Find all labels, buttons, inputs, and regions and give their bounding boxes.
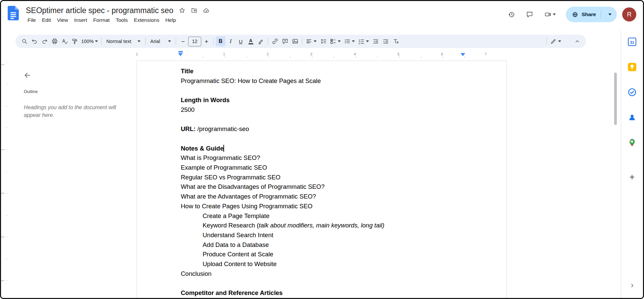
toolbar-divider <box>176 38 176 45</box>
line-spacing-button[interactable] <box>318 36 328 46</box>
font-family-select[interactable]: Arial <box>148 36 174 46</box>
document-line[interactable]: 2500 <box>181 105 463 115</box>
star-button[interactable] <box>177 5 187 16</box>
document-line[interactable]: Regular SEO vs Programmatic SEO <box>181 173 463 182</box>
document-line[interactable]: What is Programmatic SEO? <box>181 153 463 163</box>
menu-item[interactable]: View <box>54 16 71 24</box>
undo-button[interactable] <box>30 36 39 46</box>
hide-menus-button[interactable] <box>572 36 582 46</box>
insert-link-button[interactable] <box>270 36 280 46</box>
document-line[interactable]: Competitor and Reference Articles <box>181 288 463 298</box>
bold-button[interactable]: B <box>216 36 225 46</box>
get-add-ons-button[interactable]: + <box>627 171 638 183</box>
menu-item[interactable]: Tools <box>113 16 131 24</box>
vertical-ruler-ticks <box>6 62 7 298</box>
toolbar-divider <box>213 38 214 45</box>
document-line[interactable] <box>181 134 463 144</box>
document-line[interactable]: Upload Content to Website <box>181 259 463 269</box>
menu-item[interactable]: Format <box>90 16 113 24</box>
document-page[interactable]: TitleProgrammatic SEO: How to Create Pag… <box>137 60 507 298</box>
document-line[interactable]: Understand Search Intent <box>181 230 463 240</box>
move-button[interactable] <box>189 5 200 16</box>
google-docs-logo-icon[interactable] <box>8 6 19 20</box>
document-line[interactable]: Produce Content at Scale <box>181 250 463 259</box>
align-button[interactable] <box>304 36 318 46</box>
vertical-scrollbar-thumb[interactable] <box>614 73 617 125</box>
outline-empty-hint: Headings you add to the document will ap… <box>24 103 124 119</box>
document-line[interactable]: URL: /programmatic-seo <box>181 124 463 134</box>
font-size-input[interactable]: 12 <box>188 37 201 46</box>
document-line[interactable]: Programmatic SEO: How to Create Pages at… <box>181 76 463 86</box>
ruler-number: 5 <box>397 52 399 56</box>
document-line[interactable]: Notes & Guide <box>181 144 463 154</box>
document-line[interactable]: Length in Words <box>181 95 463 105</box>
paragraph-style-value: Normal text <box>106 39 131 44</box>
paragraph-style-select[interactable]: Normal text <box>104 36 143 46</box>
zoom-select[interactable]: 100% <box>80 36 99 46</box>
open-comments-button[interactable] <box>522 7 537 22</box>
document-line[interactable] <box>181 279 463 288</box>
account-avatar[interactable]: R <box>622 7 636 22</box>
chevron-down-icon <box>338 40 341 42</box>
increase-font-size-button[interactable]: + <box>202 36 211 46</box>
hide-side-panel-button[interactable] <box>627 280 638 291</box>
search-menus-button[interactable] <box>19 36 29 46</box>
document-line[interactable]: Create a Page Template <box>181 211 463 221</box>
tasks-app-button[interactable] <box>627 86 638 98</box>
right-indent-marker[interactable] <box>461 53 465 56</box>
decrease-indent-button[interactable] <box>371 36 380 46</box>
spelling-check-button[interactable] <box>60 36 69 46</box>
document-line[interactable]: Title <box>181 67 463 76</box>
share-button[interactable]: Share <box>566 7 617 22</box>
increase-indent-button[interactable] <box>381 36 390 46</box>
contacts-app-button[interactable] <box>627 112 638 123</box>
document-line[interactable]: Example of Programmatic SEO <box>181 163 463 173</box>
chevron-down-icon <box>352 40 355 42</box>
print-button[interactable] <box>50 36 59 46</box>
menu-item[interactable]: File <box>24 16 39 24</box>
document-line[interactable] <box>181 86 463 95</box>
maps-app-button[interactable] <box>627 137 638 148</box>
document-title[interactable]: SEOptimer article spec - programmatic se… <box>24 6 175 15</box>
insert-image-button[interactable] <box>290 36 300 46</box>
version-history-button[interactable] <box>504 7 519 22</box>
add-comment-button[interactable] <box>280 36 290 46</box>
checklist-button[interactable] <box>328 36 342 46</box>
document-line[interactable]: Add Data to a Database <box>181 240 463 250</box>
close-outline-button[interactable] <box>21 69 34 82</box>
text-color-button[interactable]: A <box>246 36 256 46</box>
version-history-icon <box>508 11 515 18</box>
redo-button[interactable] <box>40 36 49 46</box>
left-indent-marker[interactable] <box>178 53 183 56</box>
header: SEOptimer article spec - programmatic se… <box>1 1 643 31</box>
decrease-font-size-button[interactable]: − <box>178 36 188 46</box>
menu-item[interactable]: Extensions <box>131 16 162 24</box>
document-line[interactable]: Keyword Research (talk about modifiers, … <box>181 221 463 230</box>
document-line[interactable]: What are the Disadvantages of Programmat… <box>181 182 463 192</box>
underline-button[interactable]: U <box>236 36 246 46</box>
share-options-caret[interactable] <box>604 13 615 15</box>
italic-button[interactable]: I <box>226 36 235 46</box>
keep-app-button[interactable] <box>627 61 638 73</box>
menu-item[interactable]: Help <box>162 16 179 24</box>
document-line[interactable]: What are the Advantages of Programmatic … <box>181 192 463 202</box>
editing-mode-button[interactable] <box>549 36 562 46</box>
menu-item[interactable]: Edit <box>39 16 54 24</box>
document-canvas: TitleProgrammatic SEO: How to Create Pag… <box>137 59 621 298</box>
document-line[interactable]: Conclusion <box>181 269 463 279</box>
highlight-color-button[interactable] <box>256 36 266 46</box>
document-status-button[interactable] <box>201 5 212 16</box>
bulleted-list-button[interactable] <box>342 36 356 46</box>
numbered-list-button[interactable]: 123 <box>357 36 370 46</box>
calendar-app-button[interactable]: 31 <box>627 36 638 47</box>
first-line-indent-marker[interactable] <box>178 51 183 52</box>
pen-icon <box>550 38 557 45</box>
clear-formatting-button[interactable] <box>391 36 400 46</box>
svg-text:31: 31 <box>630 40 634 44</box>
document-line[interactable]: How to Create Pages Using Programmatic S… <box>181 202 463 211</box>
paint-format-button[interactable] <box>70 36 79 46</box>
document-line[interactable] <box>181 115 463 125</box>
ruler-number: 3 <box>310 52 312 56</box>
join-call-button[interactable] <box>540 7 560 22</box>
menu-item[interactable]: Insert <box>71 16 90 24</box>
